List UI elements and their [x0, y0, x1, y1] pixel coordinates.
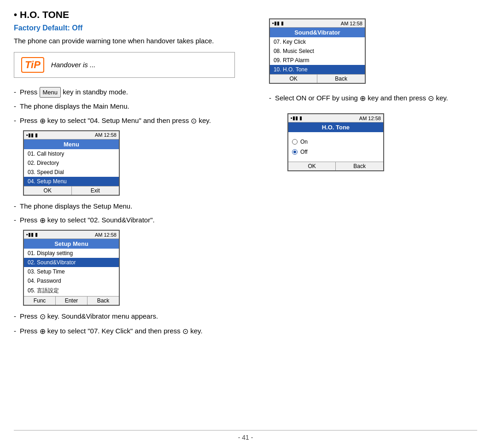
page-title: H.O. TONE — [20, 9, 69, 20]
screen-setup-header: Setup Menu — [24, 239, 119, 249]
screen-sv-item-1: 07. Key Click — [270, 37, 365, 47]
screen-setup-item-2: 02. Sound&Vibrator — [24, 258, 119, 267]
screen-menu-statusbar: ▪▮▮ ▮ AM 12:58 — [24, 131, 119, 140]
screen-ho-statusbar: ▪▮▮ ▮ AM 12:58 — [288, 114, 383, 122]
instruction-text-4: The phone displays the Setup Menu. — [20, 201, 244, 212]
radio-on-label: On — [300, 139, 308, 145]
screen-sv-item-3: 09. RTP Alarm — [270, 56, 365, 65]
instruction-line-4: - The phone displays the Setup Menu. — [14, 201, 244, 212]
dash-4: - — [14, 201, 16, 212]
screen-setup-item-4: 04. Password — [24, 276, 119, 285]
screen-setup-item-1: 01. Display setting — [24, 249, 119, 258]
instruction-line-1: - Press Menu key in standby mode. — [14, 87, 244, 98]
dash-3: - — [14, 116, 16, 126]
dash-6: - — [14, 311, 16, 322]
screen-menu-ok: OK — [24, 186, 72, 195]
instruction-line-3: - Press ⊕ key to select "04. Setup Menu"… — [14, 116, 244, 127]
tip-box: TiP Handover is ... — [14, 52, 235, 78]
tip-logo: TiP — [21, 57, 44, 73]
description: The phone can provide warning tone when … — [14, 36, 244, 47]
screen-setup-menu: ▪▮▮ ▮ AM 12:58 Setup Menu 01. Display se… — [23, 230, 120, 306]
page-footer: - 41 - — [14, 430, 477, 441]
enter-key-3: ⊙ — [191, 117, 197, 125]
screen-sv-footer: OK Back — [270, 74, 365, 83]
screen-menu-exit: Exit — [72, 186, 119, 195]
nav-key-5: ⊕ — [40, 216, 46, 224]
menu-btn: Menu — [40, 87, 61, 98]
screen-setup-statusbar: ▪▮▮ ▮ AM 12:58 — [24, 231, 119, 239]
radio-off-icon — [292, 149, 298, 155]
screen-sv-statusbar: ▪▮▮ ▮ AM 12:58 — [270, 19, 365, 28]
dash-7: - — [14, 326, 16, 337]
screen-menu-item-4: 04. Setup Menu — [24, 177, 119, 186]
dash-2: - — [14, 101, 16, 112]
screen-ho-ok: OK — [288, 162, 336, 170]
instruction-text-3: Press ⊕ key to select "04. Setup Menu" a… — [20, 116, 244, 127]
screen-sv-time: AM 12:58 — [341, 21, 362, 26]
screen-setup-func: Func — [24, 297, 56, 305]
instruction-line-2: - The phone displays the Main Menu. — [14, 101, 244, 112]
instruction-right-1: - Select ON or OFF by using ⊕ key and th… — [269, 93, 477, 104]
screen-sv-item-4: 10. H.O. Tone — [270, 65, 365, 74]
screen-ho-header: H.O. Tone — [288, 122, 383, 132]
nav-key-3: ⊕ — [40, 117, 46, 125]
screen-ho-time: AM 12:58 — [359, 116, 381, 121]
nav-key-7: ⊕ — [40, 327, 46, 335]
screen-menu-item-3: 03. Speed Dial — [24, 168, 119, 177]
dash-5: - — [14, 215, 16, 226]
radio-off-label: Off — [300, 149, 308, 155]
factory-default-label: Factory Default: Off — [14, 24, 255, 32]
screen-sv-ok: OK — [270, 75, 318, 83]
screen-ho-option-on: On — [288, 137, 383, 147]
screen-setup-enter: Enter — [56, 297, 88, 305]
instruction-text-7: Press ⊕ key to select "07. Key Click" an… — [20, 326, 244, 337]
enter-key-6: ⊙ — [40, 313, 46, 320]
screen-menu-header: Menu — [24, 140, 119, 149]
screen-menu: ▪▮▮ ▮ AM 12:58 Menu 01. Call history 02.… — [23, 130, 120, 196]
instructions-left: - Press Menu key in standby mode. - The … — [14, 87, 244, 337]
page-number: - 41 - — [238, 434, 253, 441]
screen-setup-time: AM 12:58 — [95, 232, 117, 238]
screen-ho-option-off: Off — [288, 147, 383, 157]
screen-ho-tone: ▪▮▮ ▮ AM 12:58 H.O. Tone On — [287, 113, 384, 171]
screen-setup-icons: ▪▮▮ ▮ — [26, 232, 38, 238]
instruction-text-1: Press Menu key in standby mode. — [20, 87, 244, 98]
screen-ho-back: Back — [336, 162, 383, 170]
screen-sv-item-2: 08. Music Select — [270, 47, 365, 56]
dash-1: - — [14, 87, 16, 98]
screen-sv-back: Back — [317, 75, 365, 83]
enter-key-r1: ⊙ — [428, 94, 434, 102]
enter-key-7: ⊙ — [182, 327, 188, 335]
instruction-line-7: - Press ⊕ key to select "07. Key Click" … — [14, 326, 244, 337]
dash-r1: - — [269, 93, 271, 104]
screen-setup-footer: Func Enter Back — [24, 296, 119, 305]
nav-key-r1: ⊕ — [360, 94, 366, 102]
radio-on-icon — [292, 139, 298, 145]
bullet: • — [14, 10, 17, 20]
screen-menu-time: AM 12:58 — [95, 132, 117, 138]
instructions-right: - Select ON or OFF by using ⊕ key and th… — [269, 93, 477, 104]
screen-setup-item-3: 03. Setup Time — [24, 267, 119, 276]
screen-menu-icons: ▪▮▮ ▮ — [26, 132, 38, 138]
screen-menu-item-2: 02. Directory — [24, 158, 119, 168]
screen-menu-item-1: 01. Call history — [24, 149, 119, 158]
screen-sv-header: Sound&Vibrator — [270, 28, 365, 37]
screen-sv-icons: ▪▮▮ ▮ — [272, 20, 284, 26]
instruction-text-5: Press ⊕ key to select "02. Sound&Vibrato… — [20, 215, 244, 226]
screen-ho-icons: ▪▮▮ ▮ — [291, 115, 302, 121]
tip-text: Handover is ... — [51, 61, 96, 69]
instruction-line-5: - Press ⊕ key to select "02. Sound&Vibra… — [14, 215, 244, 226]
screen-setup-item-5: 05. 言語設定 — [24, 285, 119, 296]
screen-setup-back: Back — [88, 297, 119, 305]
instruction-text-6: Press ⊙ key. Sound&Vibrator menu appears… — [20, 311, 244, 322]
instruction-text-r1: Select ON or OFF by using ⊕ key and then… — [275, 93, 477, 104]
screen-menu-footer: OK Exit — [24, 186, 119, 195]
instruction-text-2: The phone displays the Main Menu. — [20, 101, 244, 112]
screen-sound-vibrator: ▪▮▮ ▮ AM 12:58 Sound&Vibrator 07. Key Cl… — [269, 18, 366, 84]
screen-ho-footer: OK Back — [288, 162, 383, 170]
instruction-line-6: - Press ⊙ key. Sound&Vibrator menu appea… — [14, 311, 244, 322]
